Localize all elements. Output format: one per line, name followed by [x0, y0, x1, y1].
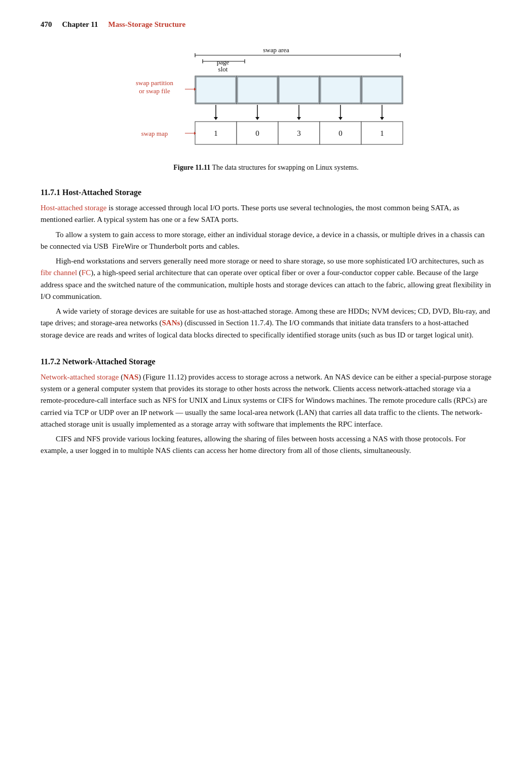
- svg-text:page: page: [217, 58, 230, 66]
- svg-rect-17: [321, 77, 360, 103]
- svg-marker-32: [380, 117, 384, 120]
- page-header: 470 Chapter 11 Mass-Storage Structure: [41, 20, 491, 29]
- section-11-7-1-para-4: A wide variety of storage devices are su…: [41, 306, 491, 341]
- svg-text:1: 1: [214, 129, 218, 137]
- section-11-7-1-para-2: To allow a system to gain access to more…: [41, 229, 491, 253]
- svg-rect-14: [196, 77, 236, 103]
- svg-text:1: 1: [380, 129, 384, 137]
- fibr-channel-link[interactable]: fibr channel: [41, 269, 77, 277]
- chapter-title: Mass-Storage Structure: [108, 20, 185, 29]
- figure-number: Figure 11.11: [173, 164, 210, 171]
- svg-text:0: 0: [255, 129, 259, 137]
- svg-rect-18: [362, 77, 402, 103]
- svg-marker-28: [297, 117, 301, 120]
- sans-link[interactable]: SANs: [162, 319, 180, 327]
- fc-link[interactable]: FC: [82, 269, 91, 277]
- host-attached-storage-link[interactable]: Host-attached storage: [41, 204, 106, 212]
- network-attached-storage-link[interactable]: Network-attached storage: [41, 373, 119, 381]
- figure-caption-text: The data structures for swapping on Linu…: [212, 164, 358, 171]
- nas-link[interactable]: NAS: [123, 373, 138, 381]
- chapter-label: Chapter 11: [62, 20, 98, 29]
- page: 470 Chapter 11 Mass-Storage Structure sw…: [0, 0, 532, 487]
- svg-text:0: 0: [338, 129, 343, 137]
- svg-rect-15: [238, 77, 277, 103]
- svg-marker-26: [255, 117, 259, 120]
- section-heading-11-7-2: 11.7.2 Network-Attached Storage: [41, 357, 491, 366]
- section-11-7-1-para-1: Host-attached storage is storage accesse…: [41, 202, 491, 226]
- svg-rect-16: [279, 77, 319, 103]
- svg-text:swap area: swap area: [263, 46, 289, 54]
- section-11-7-1-para-3: High-end workstations and servers genera…: [41, 255, 491, 302]
- svg-text:3: 3: [297, 129, 301, 137]
- figure-caption: Figure 11.11 The data structures for swa…: [119, 164, 413, 172]
- svg-marker-24: [214, 117, 218, 120]
- diagram-svg: swap area page slot: [119, 43, 413, 160]
- figure-11-11: swap area page slot: [119, 43, 413, 172]
- svg-text:slot: slot: [218, 65, 228, 73]
- page-number: 470: [41, 20, 52, 29]
- svg-text:swap partition: swap partition: [136, 79, 174, 87]
- figure-diagram: swap area page slot: [119, 43, 413, 160]
- svg-marker-30: [338, 117, 343, 120]
- svg-text:swap map: swap map: [141, 130, 168, 137]
- svg-text:or swap file: or swap file: [139, 87, 170, 95]
- section-heading-11-7-1: 11.7.1 Host-Attached Storage: [41, 188, 491, 197]
- section-11-7-2-para-1: Network-attached storage (NAS) (Figure 1…: [41, 371, 491, 430]
- section-11-7-2-para-2: CIFS and NFS provide various locking fea…: [41, 433, 491, 457]
